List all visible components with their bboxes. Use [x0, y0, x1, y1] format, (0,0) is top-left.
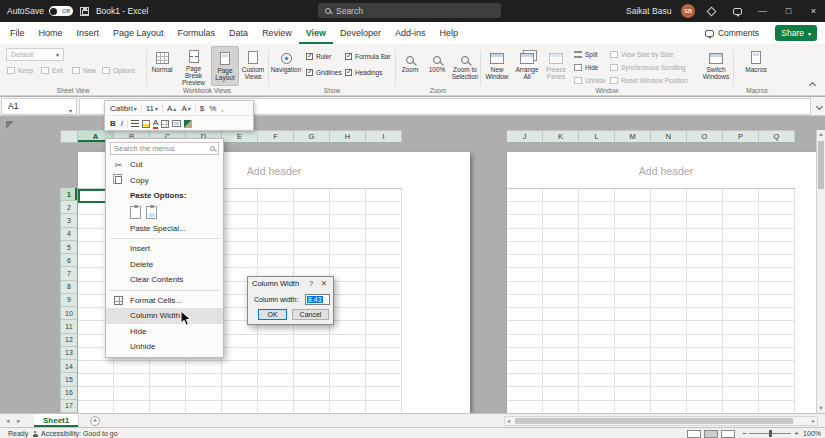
name-box[interactable]: A1▾ — [1, 98, 77, 115]
column-header-n[interactable]: N — [651, 130, 687, 143]
maximize-button[interactable]: □ — [776, 0, 801, 22]
ruler-checkbox[interactable]: Ruler — [306, 51, 332, 62]
row-header-7[interactable]: 7 — [60, 267, 78, 280]
percent-style-button[interactable]: % — [208, 104, 217, 113]
menu-item-insert[interactable]: Insert — [106, 241, 223, 257]
row-header-10[interactable]: 10 — [60, 307, 78, 320]
sheet-view-options-button[interactable]: Options — [102, 65, 135, 76]
prev-sheet-icon[interactable]: ◂ — [6, 417, 10, 425]
header-corner-cell[interactable] — [60, 130, 78, 143]
decrease-font-button[interactable]: A▾ — [180, 104, 191, 113]
column-header-j[interactable]: J — [507, 130, 543, 143]
row-header-14[interactable]: 14 — [60, 360, 78, 373]
align-center-icon[interactable] — [131, 120, 139, 127]
macros-button[interactable]: Macros — [741, 46, 771, 86]
row-header-13[interactable]: 13 — [60, 347, 78, 360]
vertical-scroll-thumb[interactable] — [818, 141, 824, 189]
share-button[interactable]: Share ▾ — [775, 25, 817, 41]
row-header-1[interactable]: 1 — [60, 188, 78, 201]
add-sheet-button[interactable]: + — [90, 416, 100, 426]
merge-center-icon[interactable] — [172, 120, 181, 127]
menu-item-hide[interactable]: Hide — [106, 324, 223, 340]
page-break-preview-button[interactable]: Page Break Preview — [177, 46, 210, 86]
zoom-button[interactable]: Zoom — [397, 46, 423, 86]
dialog-title-bar[interactable]: Column Width ? ✕ — [248, 277, 333, 290]
row-header-17[interactable]: 17 — [60, 400, 78, 413]
close-icon[interactable]: ✕ — [319, 279, 329, 288]
gridlines-checkbox[interactable]: Gridlines — [306, 67, 342, 78]
new-window-button[interactable]: New Window — [482, 46, 512, 86]
font-color-icon[interactable]: A — [153, 119, 158, 129]
menu-tab-add-ins[interactable]: Add-ins — [388, 22, 433, 44]
reset-window-position-button[interactable]: Reset Window Position — [610, 75, 698, 86]
page-layout-view-button[interactable]: Page Layout — [211, 46, 239, 86]
borders-icon[interactable] — [161, 120, 169, 128]
close-button[interactable]: × — [801, 0, 825, 22]
comments-button[interactable]: Comments — [705, 25, 759, 41]
menu-tab-page-layout[interactable]: Page Layout — [106, 22, 171, 44]
arrange-all-button[interactable]: Arrange All — [513, 46, 541, 86]
normal-view-button[interactable]: Normal — [148, 46, 176, 86]
row-header-6[interactable]: 6 — [60, 254, 78, 267]
horizontal-scrollbar[interactable]: ◂ ▸ — [504, 416, 818, 426]
sheet-view-dropdown[interactable]: Default▾ — [6, 48, 64, 61]
page-layout-view-toggle[interactable] — [704, 430, 718, 438]
minimize-button[interactable]: — — [750, 0, 775, 22]
column-width-input[interactable]: 8.43 — [305, 294, 330, 305]
font-size-select[interactable]: 11▾ — [145, 104, 159, 113]
split-button[interactable]: Split — [574, 49, 598, 60]
column-header-p[interactable]: P — [723, 130, 759, 143]
row-header-4[interactable]: 4 — [60, 228, 78, 241]
column-header-g[interactable]: G — [294, 130, 330, 143]
headings-checkbox[interactable]: Headings — [345, 67, 382, 78]
column-header-k[interactable]: K — [543, 130, 579, 143]
accessibility-status[interactable]: Accessibility: Good to go — [32, 430, 118, 437]
scroll-left-icon[interactable]: ◂ — [507, 418, 510, 425]
next-sheet-icon[interactable]: ▸ — [17, 417, 21, 425]
vertical-scrollbar[interactable]: ▲ ▼ — [816, 130, 825, 413]
menu-search-input[interactable]: Search the menus — [110, 142, 219, 155]
unhide-window-button[interactable]: Unhide — [574, 75, 606, 86]
menu-item-copy[interactable]: Copy — [106, 173, 223, 189]
font-name-select[interactable]: Calibri▾ — [109, 104, 138, 113]
sheet-tab-sheet1[interactable]: Sheet1 — [34, 414, 79, 427]
row-header-8[interactable]: 8 — [60, 281, 78, 294]
cells-area-page2[interactable] — [507, 188, 795, 413]
menu-tab-review[interactable]: Review — [255, 22, 299, 44]
switch-windows-button[interactable]: Switch Windows — [700, 46, 732, 86]
row-header-16[interactable]: 16 — [60, 387, 78, 400]
menu-item-cut[interactable]: ✂Cut — [106, 157, 223, 173]
row-header-9[interactable]: 9 — [60, 294, 78, 307]
zoom-in-button[interactable]: + — [794, 429, 799, 438]
menu-item-paste-special[interactable]: Paste Special... — [106, 221, 223, 237]
horizontal-scroll-thumb[interactable] — [515, 418, 793, 424]
increase-font-button[interactable]: A▴ — [166, 104, 177, 113]
scroll-down-icon[interactable]: ▼ — [817, 404, 825, 413]
row-header-12[interactable]: 12 — [60, 334, 78, 347]
formula-bar-checkbox[interactable]: Formula Bar — [345, 51, 391, 62]
avatar[interactable]: SB — [681, 4, 695, 18]
menu-tab-formulas[interactable]: Formulas — [171, 22, 223, 44]
collapse-ribbon-icon[interactable] — [809, 82, 816, 89]
page-header-placeholder[interactable]: Add header — [507, 165, 825, 177]
accounting-format-button[interactable]: $ — [199, 104, 205, 113]
custom-views-button[interactable]: Custom Views — [240, 46, 266, 86]
row-header-3[interactable]: 3 — [60, 214, 78, 227]
menu-tab-insert[interactable]: Insert — [70, 22, 107, 44]
menu-item-clear-contents[interactable]: Clear Contents — [106, 272, 223, 288]
italic-button[interactable]: I — [120, 119, 124, 128]
menu-tab-data[interactable]: Data — [222, 22, 255, 44]
menu-item-unhide[interactable]: Unhide — [106, 339, 223, 355]
menu-item-column-width[interactable]: Column Width... — [106, 308, 223, 324]
column-header-i[interactable]: I — [366, 130, 402, 143]
hide-window-button[interactable]: Hide — [574, 62, 598, 73]
menu-tab-developer[interactable]: Developer — [333, 22, 388, 44]
autosave-toggle[interactable]: Off — [49, 6, 73, 16]
search-box[interactable]: Search — [318, 3, 501, 18]
navigation-button[interactable]: Navigation — [270, 46, 302, 86]
paste-keep-formatting-icon[interactable] — [130, 206, 141, 219]
select-all-corner[interactable] — [6, 121, 14, 129]
freeze-panes-button[interactable]: Freeze Panes — [542, 46, 570, 86]
zoom-level[interactable]: 100% — [803, 430, 821, 437]
expand-formula-bar-icon[interactable] — [816, 103, 823, 110]
